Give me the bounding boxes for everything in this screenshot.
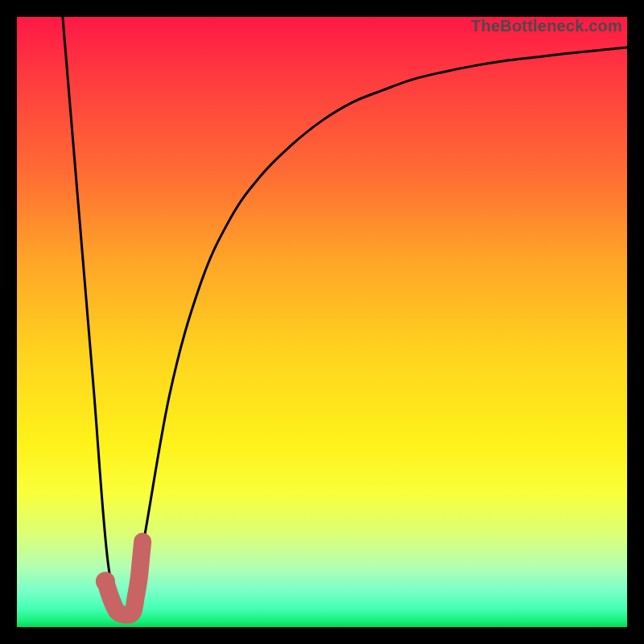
chart-frame: TheBottleneck.com [0,0,644,644]
optimal-point-dot [96,572,115,591]
bottleneck-curve [63,17,627,609]
curve-overlay [17,17,627,627]
plot-area: TheBottleneck.com [17,17,627,627]
